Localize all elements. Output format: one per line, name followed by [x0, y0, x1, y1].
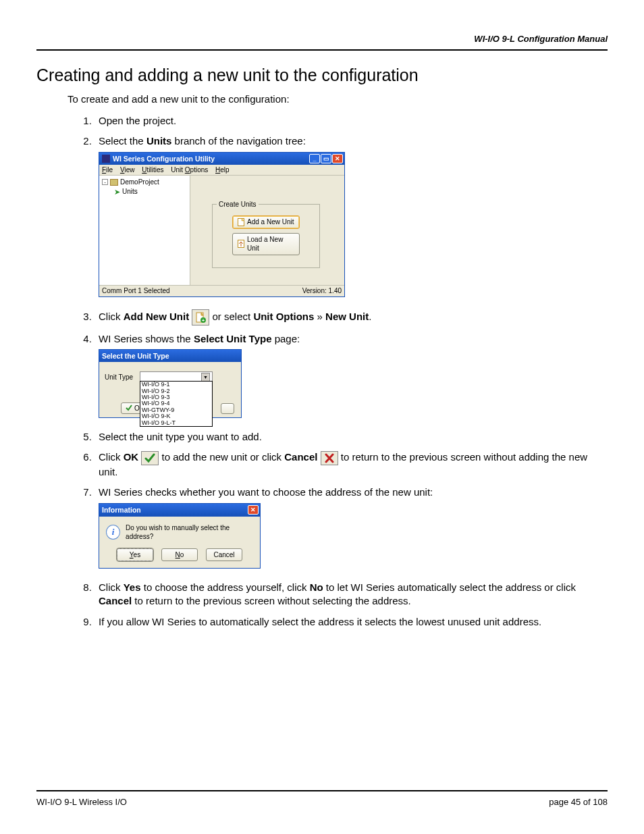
- info-no-button[interactable]: No: [161, 548, 198, 562]
- load-new-unit-button[interactable]: Load a New Unit: [232, 233, 300, 255]
- section-title: Creating and adding a new unit to the co…: [36, 66, 608, 85]
- s3f: New Unit: [325, 311, 369, 322]
- window-title: WI Series Configuration Utility: [113, 154, 215, 163]
- project-icon: [110, 179, 118, 186]
- s8b: Yes: [124, 581, 141, 593]
- footer-page-num: 45: [571, 797, 581, 807]
- svg-text:+: +: [202, 318, 205, 323]
- s3d: Unit Options: [253, 311, 314, 322]
- step-2-b: Units: [146, 135, 172, 147]
- load-doc-icon: [238, 240, 244, 248]
- menu-utilities[interactable]: Utilities: [142, 166, 163, 174]
- s4c: page:: [271, 333, 300, 344]
- s7t: WI Series checks whether you want to cho…: [99, 486, 433, 498]
- step-2: Select the Units branch of the navigatio…: [95, 132, 608, 306]
- opt-6[interactable]: WI-I/O 9-L-T: [142, 420, 211, 426]
- menu-file[interactable]: File: [102, 166, 113, 174]
- group-legend: Create Units: [217, 200, 259, 209]
- tree-project-row[interactable]: - DemoProject: [102, 178, 187, 187]
- s8e: to let WI Series automatically select th…: [323, 581, 576, 593]
- step-5: Select the unit type you want to add.: [95, 427, 608, 448]
- step-9: If you allow WI Series to automatically …: [95, 613, 608, 633]
- s6c: to add the new unit or click: [162, 451, 285, 463]
- select-unit-type-window: Select the Unit Type Unit Type ▼ WI-I/O …: [99, 349, 242, 418]
- add-new-unit-button[interactable]: Add a New Unit: [232, 215, 300, 229]
- footer: WI-I/O 9-L Wireless I/O page 45 of 108: [36, 790, 608, 807]
- doc-header-title: WI-I/O 9-L Configuration Manual: [36, 34, 608, 44]
- footer-page-label: page: [549, 797, 571, 807]
- svg-rect-0: [238, 218, 244, 226]
- step-7: WI Series checks whether you want to cho…: [95, 483, 608, 578]
- header-rule: [36, 49, 608, 51]
- content-pane: Create Units Add a New Unit: [190, 176, 344, 285]
- step-2-c: branch of the navigation tree:: [171, 135, 305, 147]
- status-right: Version: 1.40: [302, 286, 342, 296]
- add-new-unit-icon: +: [192, 309, 209, 325]
- maximize-button[interactable]: ▭: [321, 154, 331, 163]
- info-cancel-button[interactable]: Cancel: [206, 548, 242, 562]
- step-1: Open the project.: [95, 111, 608, 132]
- sel-titlebar: Select the Unit Type: [99, 350, 241, 362]
- s3a: Click: [99, 311, 124, 322]
- step-6: Click OK to add the new unit or click Ca…: [95, 448, 608, 483]
- s6a: Click: [99, 451, 124, 463]
- tree-expand-icon[interactable]: -: [102, 179, 108, 185]
- step-2-a: Select the: [99, 135, 146, 147]
- step-8: Click Yes to choose the address yourself…: [95, 578, 608, 613]
- information-dialog: Information ✕ i Do you wish to manually …: [99, 503, 261, 569]
- tree-units-row[interactable]: ➤ Units: [114, 187, 187, 197]
- s8g: to return to the previous screen without…: [132, 595, 411, 606]
- info-message: Do you wish to manually select the addre…: [126, 523, 253, 542]
- info-title: Information: [102, 505, 141, 515]
- config-utility-window: WI Series Configuration Utility _ ▭ ✕ Fi…: [99, 152, 345, 297]
- step-4: WI Series shows the Select Unit Type pag…: [95, 330, 608, 427]
- add-new-unit-label: Add a New Unit: [247, 217, 294, 227]
- s3g: .: [369, 311, 371, 322]
- status-left: Comm Port 1 Selected: [102, 286, 170, 296]
- menu-unit-options[interactable]: Unit Options: [171, 166, 208, 174]
- footer-page-total: of 108: [581, 797, 608, 807]
- s4a: WI Series shows the: [99, 333, 194, 344]
- s3b: Add New Unit: [124, 311, 190, 322]
- info-close-button[interactable]: ✕: [248, 505, 259, 515]
- s6b: OK: [124, 451, 139, 463]
- tree-units-label: Units: [122, 187, 138, 197]
- menu-view[interactable]: View: [120, 166, 135, 174]
- intro-text: To create and add a new unit to the conf…: [68, 93, 608, 105]
- tree-project-label: DemoProject: [120, 178, 159, 187]
- menu-help[interactable]: Help: [215, 166, 230, 174]
- s3e: »: [314, 311, 325, 322]
- s4b: Select Unit Type: [194, 333, 272, 344]
- s6d: Cancel: [284, 451, 317, 463]
- sel-more-button[interactable]: [221, 403, 234, 414]
- steps-list: Open the project. Select the Units branc…: [80, 111, 608, 633]
- sel-window-title: Select the Unit Type: [102, 351, 169, 361]
- unit-type-dropdown-list[interactable]: WI-I/O 9-1 WI-I/O 9-2 WI-I/O 9-3 WI-I/O …: [140, 381, 213, 427]
- footer-rule: [36, 790, 608, 791]
- s8d: No: [310, 581, 323, 593]
- info-icon: i: [106, 525, 120, 540]
- footer-left: WI-I/O 9-L Wireless I/O: [36, 797, 127, 807]
- minimize-button[interactable]: _: [309, 154, 320, 163]
- app-icon: [102, 155, 110, 163]
- footer-right: page 45 of 108: [549, 797, 608, 807]
- menubar: File View Utilities Unit Options Help: [99, 165, 344, 176]
- tree-pane: - DemoProject ➤ Units: [99, 176, 190, 285]
- titlebar: WI Series Configuration Utility _ ▭ ✕: [99, 153, 344, 165]
- info-titlebar: Information ✕: [99, 504, 260, 516]
- new-doc-icon: [238, 218, 244, 226]
- load-new-unit-label: Load a New Unit: [247, 235, 294, 253]
- step-3: Click Add New Unit + or select Unit Opti…: [95, 307, 608, 330]
- s3c: or select: [213, 311, 254, 322]
- status-bar: Comm Port 1 Selected Version: 1.40: [99, 285, 344, 296]
- s8a: Click: [99, 581, 124, 593]
- unit-type-label: Unit Type: [105, 373, 133, 382]
- ok-check-icon: [141, 451, 159, 465]
- cancel-x-icon: [321, 451, 338, 465]
- s8f: Cancel: [99, 595, 132, 606]
- units-arrow-icon: ➤: [114, 187, 120, 197]
- info-yes-button[interactable]: Yes: [117, 548, 153, 562]
- create-units-group: Create Units Add a New Unit: [212, 204, 320, 268]
- close-button[interactable]: ✕: [332, 154, 343, 163]
- s8c: to choose the address yourself, click: [141, 581, 310, 593]
